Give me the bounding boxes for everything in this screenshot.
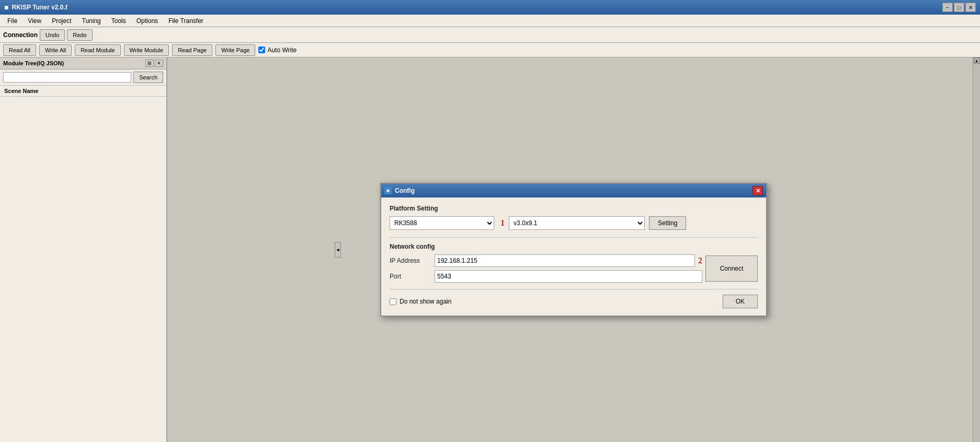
title-bar: ■ RKISP Tuner v2.0.f − □ ✕	[0, 0, 980, 15]
menu-project[interactable]: Project	[47, 16, 76, 26]
port-label: Port	[390, 273, 431, 280]
annotation-2: 2	[698, 256, 702, 265]
dialog-title: Config	[395, 187, 415, 194]
do-not-show-checkbox[interactable]	[390, 298, 396, 305]
dialog-titlebar: ■ Config ✕	[381, 184, 766, 197]
auto-write-checkbox[interactable]	[258, 46, 265, 53]
do-not-show-label: Do not show again	[400, 298, 451, 305]
platform-section-label: Platform Setting	[390, 205, 758, 212]
dialog-overlay: ■ Config ✕ Platform Setting RK3588 1	[167, 57, 980, 442]
menu-tools[interactable]: Tools	[106, 16, 131, 26]
panel-close-button[interactable]: ✕	[155, 60, 163, 67]
panel-header: Module Tree(IQ JSON) ⊞ ✕	[0, 57, 166, 69]
ip-label: IP Address	[390, 257, 431, 264]
write-page-button[interactable]: Write Page	[215, 44, 255, 56]
ok-button[interactable]: OK	[723, 295, 758, 308]
menu-file-transfer[interactable]: File Transfer	[163, 16, 209, 26]
dialog-title-left: ■ Config	[384, 187, 415, 194]
platform-select[interactable]: RK3588	[390, 216, 494, 230]
dialog-footer: Do not show again OK	[390, 289, 758, 308]
ip-input[interactable]	[435, 254, 695, 267]
write-module-button[interactable]: Write Module	[124, 44, 169, 56]
read-module-button[interactable]: Read Module	[75, 44, 120, 56]
app-icon: ■	[4, 3, 8, 11]
version-select[interactable]: v3.0x9.1	[509, 216, 645, 230]
close-button[interactable]: ✕	[965, 3, 976, 12]
scene-name-header: Scene Name	[0, 86, 166, 97]
platform-row: RK3588 1 v3.0x9.1 Setting	[390, 216, 758, 230]
collapse-button[interactable]: ◄	[335, 242, 341, 258]
toolbar2: Read All Write All Read Module Write Mod…	[0, 43, 980, 57]
dialog-close-button[interactable]: ✕	[753, 186, 763, 195]
read-all-button[interactable]: Read All	[3, 44, 36, 56]
port-input[interactable]	[435, 270, 702, 283]
panel-title: Module Tree(IQ JSON)	[3, 60, 64, 66]
restore-button[interactable]: □	[954, 3, 964, 12]
network-section: Network config IP Address 2 Connect Port	[390, 237, 758, 283]
dialog-body: Platform Setting RK3588 1 v3.0x9.1 Setti…	[381, 197, 766, 316]
setting-button[interactable]: Setting	[649, 216, 686, 230]
menu-view[interactable]: View	[22, 16, 47, 26]
title-bar-left: ■ RKISP Tuner v2.0.f	[4, 3, 67, 11]
main-area: Module Tree(IQ JSON) ⊞ ✕ Search Scene Na…	[0, 57, 980, 442]
left-panel: Module Tree(IQ JSON) ⊞ ✕ Search Scene Na…	[0, 57, 167, 442]
config-dialog: ■ Config ✕ Platform Setting RK3588 1	[380, 183, 767, 317]
write-all-button[interactable]: Write All	[39, 44, 72, 56]
minimize-button[interactable]: −	[942, 3, 953, 12]
menu-options[interactable]: Options	[131, 16, 163, 26]
auto-write-row: Auto Write	[258, 46, 297, 54]
app-title: RKISP Tuner v2.0.f	[12, 4, 67, 11]
menu-file[interactable]: File	[2, 16, 22, 26]
panel-float-button[interactable]: ⊞	[145, 60, 154, 67]
redo-button[interactable]: Redo	[67, 29, 92, 41]
menu-bar: File View Project Tuning Tools Options F…	[0, 15, 980, 27]
do-not-show-row: Do not show again	[390, 298, 451, 305]
undo-button[interactable]: Undo	[40, 29, 65, 41]
search-button[interactable]: Search	[133, 72, 163, 83]
toolbar: Connection Undo Redo	[0, 27, 980, 43]
search-row: Search	[0, 69, 166, 86]
annotation-1: 1	[500, 218, 505, 228]
title-bar-controls: − □ ✕	[942, 3, 976, 12]
panel-controls: ⊞ ✕	[145, 60, 163, 67]
network-section-label: Network config	[390, 243, 758, 250]
dialog-icon: ■	[384, 187, 392, 194]
menu-tuning[interactable]: Tuning	[77, 16, 106, 26]
search-input[interactable]	[3, 72, 131, 83]
right-area: ◄ ▲ ■ Config ✕ Platform Setting	[167, 57, 980, 442]
connect-button[interactable]: Connect	[705, 255, 758, 282]
connection-label: Connection	[3, 31, 38, 39]
auto-write-label: Auto Write	[267, 46, 297, 54]
read-page-button[interactable]: Read Page	[172, 44, 212, 56]
